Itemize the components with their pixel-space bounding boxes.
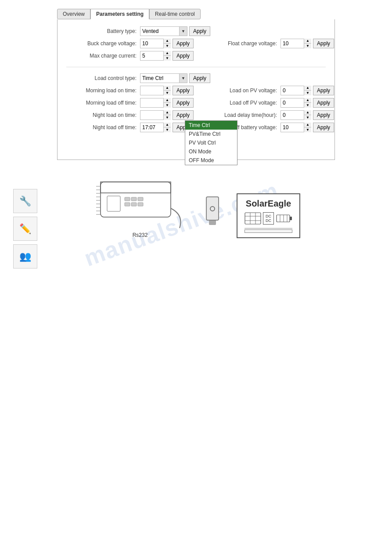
load-off-battery-arrows: ▲ ▼ bbox=[304, 123, 311, 132]
solar-panel-symbol bbox=[245, 212, 261, 225]
morning-load-on-spinner[interactable]: ▲ ▼ bbox=[140, 86, 171, 95]
battery-symbol bbox=[276, 212, 292, 225]
load-control-apply-btn[interactable]: Apply bbox=[189, 73, 210, 83]
night-load-off-spinner[interactable]: ▲ ▼ bbox=[140, 123, 171, 132]
load-off-battery-spinner[interactable]: ▲ ▼ bbox=[281, 123, 311, 132]
load-control-section: Load control type: ▼ Apply Time Ctrl PV&… bbox=[66, 73, 326, 132]
float-charge-down[interactable]: ▼ bbox=[304, 44, 311, 48]
night-load-on-spinner[interactable]: ▲ ▼ bbox=[140, 110, 171, 120]
load-off-pv-up[interactable]: ▲ bbox=[304, 98, 311, 103]
night-load-on-row: Night load on time: ▲ ▼ Apply Load delay… bbox=[66, 110, 326, 120]
main-panel: Battery type: ▼ Apply Buck charge voltag… bbox=[57, 19, 335, 160]
load-off-pv-right: Load off PV voltage: ▲ ▼ Apply bbox=[207, 98, 334, 108]
load-off-battery-down[interactable]: ▼ bbox=[304, 127, 311, 132]
solar-eagle-box: SolarEagle DC DC bbox=[237, 193, 300, 238]
buck-charge-label: Buck charge voltage: bbox=[66, 40, 137, 47]
dropdown-item-pvvoltctrl[interactable]: PV Volt Ctrl bbox=[185, 138, 237, 147]
battery-type-arrow[interactable]: ▼ bbox=[180, 26, 187, 36]
load-on-pv-right: Load on PV voltage: ▲ ▼ Apply bbox=[207, 86, 334, 95]
load-delay-down[interactable]: ▼ bbox=[304, 115, 311, 120]
max-charge-label: Max charge current: bbox=[66, 53, 137, 59]
load-delay-apply-btn[interactable]: Apply bbox=[313, 110, 334, 120]
max-charge-spinner[interactable]: ▲ ▼ bbox=[140, 51, 171, 61]
morning-load-off-spinner[interactable]: ▲ ▼ bbox=[140, 98, 171, 108]
morning-load-off-up[interactable]: ▲ bbox=[164, 98, 171, 103]
load-on-pv-apply-btn[interactable]: Apply bbox=[313, 86, 334, 95]
float-charge-up[interactable]: ▲ bbox=[304, 39, 311, 44]
load-on-pv-up[interactable]: ▲ bbox=[304, 86, 311, 91]
buck-charge-apply-btn[interactable]: Apply bbox=[173, 39, 194, 48]
dropdown-item-pvtimectrl[interactable]: PV&Time Ctrl bbox=[185, 130, 237, 138]
morning-load-on-row: Morning load on time: ▲ ▼ Apply Load on … bbox=[66, 86, 326, 95]
night-load-on-apply-btn[interactable]: Apply bbox=[173, 110, 194, 120]
battery-type-section: Battery type: ▼ Apply Buck charge voltag… bbox=[66, 26, 326, 61]
dropdown-item-timectrl[interactable]: Time Ctrl bbox=[185, 121, 237, 130]
morning-load-on-apply-btn[interactable]: Apply bbox=[173, 86, 194, 95]
load-on-pv-label: Load on PV voltage: bbox=[207, 87, 277, 94]
load-off-pv-label: Load off PV voltage: bbox=[207, 100, 277, 106]
float-charge-spinner[interactable]: ▲ ▼ bbox=[281, 39, 311, 48]
svg-rect-18 bbox=[245, 213, 261, 224]
morning-load-off-arrows: ▲ ▼ bbox=[163, 98, 171, 108]
usb-connector bbox=[209, 221, 216, 225]
float-charge-label: Float charge voltage: bbox=[207, 40, 277, 47]
buck-charge-arrows: ▲ ▼ bbox=[163, 39, 171, 48]
morning-load-on-down[interactable]: ▼ bbox=[164, 91, 171, 95]
night-load-off-up[interactable]: ▲ bbox=[164, 123, 171, 127]
battery-type-apply-btn[interactable]: Apply bbox=[189, 26, 210, 36]
tab-realtime-control[interactable]: Real-time control bbox=[149, 9, 201, 19]
max-charge-down[interactable]: ▼ bbox=[164, 56, 171, 61]
morning-load-on-arrows: ▲ ▼ bbox=[163, 86, 171, 95]
load-control-arrow[interactable]: ▼ bbox=[180, 73, 187, 83]
load-off-pv-spinner[interactable]: ▲ ▼ bbox=[281, 98, 311, 108]
load-on-pv-down[interactable]: ▼ bbox=[304, 91, 311, 95]
load-on-pv-spinner[interactable]: ▲ ▼ bbox=[281, 86, 311, 95]
max-charge-up[interactable]: ▲ bbox=[164, 51, 171, 56]
morning-load-off-label: Morning load off time: bbox=[66, 100, 137, 106]
svg-rect-7 bbox=[131, 203, 137, 206]
morning-load-off-left: Morning load off time: ▲ ▼ Apply bbox=[66, 98, 194, 108]
load-delay-up[interactable]: ▲ bbox=[304, 110, 311, 115]
load-off-battery-up[interactable]: ▲ bbox=[304, 123, 311, 127]
max-charge-apply-btn[interactable]: Apply bbox=[173, 51, 194, 61]
tab-parameters-setting[interactable]: Parameters setting bbox=[90, 9, 149, 19]
float-charge-apply-btn[interactable]: Apply bbox=[313, 39, 334, 48]
load-control-dropdown: Time Ctrl PV&Time Ctrl PV Volt Ctrl ON M… bbox=[185, 120, 237, 165]
load-control-label: Load control type: bbox=[66, 75, 137, 81]
svg-rect-5 bbox=[138, 197, 143, 201]
load-delay-right: Load delay time(hour): ▲ ▼ Apply bbox=[207, 110, 334, 120]
night-load-off-left: Night load off time: ▲ ▼ Apply bbox=[66, 123, 194, 132]
load-off-pv-arrows: ▲ ▼ bbox=[304, 98, 311, 108]
svg-rect-8 bbox=[138, 203, 143, 206]
load-control-type-row: Load control type: ▼ Apply bbox=[66, 73, 326, 83]
load-off-pv-down[interactable]: ▼ bbox=[304, 103, 311, 108]
load-delay-spinner[interactable]: ▲ ▼ bbox=[281, 110, 311, 120]
night-load-off-label: Night load off time: bbox=[66, 124, 137, 131]
night-load-on-up[interactable]: ▲ bbox=[164, 110, 171, 115]
battery-type-select-wrap[interactable]: ▼ bbox=[140, 26, 187, 36]
morning-load-on-up[interactable]: ▲ bbox=[164, 86, 171, 91]
night-load-on-down[interactable]: ▼ bbox=[164, 115, 171, 120]
dropdown-item-onmode[interactable]: ON Mode bbox=[185, 147, 237, 156]
buck-charge-down[interactable]: ▼ bbox=[164, 44, 171, 48]
buck-charge-spinner[interactable]: ▲ ▼ bbox=[140, 39, 171, 48]
usb-body bbox=[206, 196, 219, 221]
load-control-input[interactable] bbox=[140, 73, 180, 83]
morning-load-on-label: Morning load on time: bbox=[66, 87, 137, 94]
buck-charge-up[interactable]: ▲ bbox=[164, 39, 171, 44]
morning-load-off-down[interactable]: ▼ bbox=[164, 103, 171, 108]
tab-overview[interactable]: Overview bbox=[57, 9, 90, 19]
section-divider-1 bbox=[66, 67, 326, 67]
load-control-select-wrap[interactable]: ▼ bbox=[140, 73, 187, 83]
night-load-off-arrows: ▲ ▼ bbox=[163, 123, 171, 132]
load-off-pv-apply-btn[interactable]: Apply bbox=[313, 98, 334, 108]
buck-charge-row: Buck charge voltage: ▲ ▼ Apply Float cha… bbox=[66, 39, 326, 48]
morning-load-off-apply-btn[interactable]: Apply bbox=[173, 98, 194, 108]
load-delay-label: Load delay time(hour): bbox=[207, 112, 277, 118]
device-svg bbox=[92, 173, 188, 230]
night-load-on-left: Night load on time: ▲ ▼ Apply bbox=[66, 110, 194, 120]
load-off-battery-apply-btn[interactable]: Apply bbox=[313, 123, 334, 132]
dropdown-item-offmode[interactable]: OFF Mode bbox=[185, 156, 237, 165]
battery-type-input[interactable] bbox=[140, 26, 180, 36]
night-load-off-down[interactable]: ▼ bbox=[164, 127, 171, 132]
